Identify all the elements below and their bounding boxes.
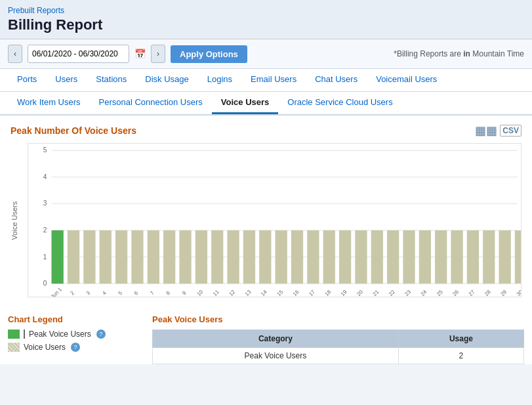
export-image-icon[interactable]: ▦▦ (475, 123, 497, 138)
cell-usage: 2 (398, 348, 523, 364)
svg-text:20: 20 (356, 289, 364, 297)
tab-users[interactable]: Users (46, 69, 87, 91)
svg-text:0: 0 (43, 280, 47, 287)
apply-options-button[interactable]: Apply Options (171, 45, 247, 63)
col-usage: Usage (398, 330, 523, 348)
breadcrumb-link[interactable]: Prebuilt Reports (8, 6, 64, 15)
svg-text:16: 16 (292, 289, 300, 297)
svg-text:Jun 1: Jun 1 (50, 286, 64, 297)
svg-rect-31 (355, 230, 367, 284)
export-csv-icon[interactable]: CSV (500, 125, 522, 137)
calendar-icon[interactable]: 📅 (134, 49, 146, 59)
svg-rect-28 (307, 230, 319, 284)
next-date-button[interactable]: › (151, 45, 165, 63)
svg-text:13: 13 (244, 289, 253, 297)
svg-text:15: 15 (276, 289, 285, 297)
legend-item-peak-voice-users: Peak Voice Users ? (8, 330, 139, 339)
cell-category: Peak Voice Users (153, 348, 399, 364)
tab-stations[interactable]: Stations (87, 69, 136, 91)
svg-text:28: 28 (483, 289, 492, 297)
svg-rect-16 (115, 230, 127, 284)
peak-voice-users-table: Category Usage Peak Voice Users 2 (152, 330, 524, 364)
tab-voice-users[interactable]: Voice Users (212, 92, 278, 114)
svg-rect-27 (291, 230, 303, 284)
date-range-input[interactable] (28, 45, 129, 63)
svg-text:30: 30 (516, 289, 521, 297)
svg-rect-41 (515, 230, 521, 284)
tab-chat-users[interactable]: Chat Users (306, 69, 367, 91)
svg-text:11: 11 (212, 289, 220, 297)
svg-text:23: 23 (403, 289, 412, 297)
svg-text:1: 1 (43, 253, 47, 261)
svg-rect-40 (499, 230, 510, 284)
svg-rect-21 (195, 230, 207, 284)
svg-rect-39 (483, 230, 495, 284)
legend-swatch-gray (8, 343, 20, 352)
peak-voice-users-info-icon[interactable]: ? (96, 330, 106, 339)
chart-title: Peak Number Of Voice Users (10, 125, 136, 136)
svg-rect-22 (211, 230, 223, 284)
svg-text:21: 21 (372, 289, 380, 297)
svg-rect-38 (467, 230, 479, 284)
tab-voicemail-users[interactable]: Voicemail Users (367, 69, 446, 91)
top-bar: Prebuilt Reports Billing Report (0, 0, 532, 39)
svg-rect-25 (259, 230, 271, 284)
svg-rect-20 (179, 230, 191, 284)
col-category: Category (153, 330, 399, 348)
svg-text:18: 18 (324, 289, 333, 297)
svg-rect-26 (276, 230, 287, 284)
svg-text:26: 26 (451, 289, 460, 297)
svg-rect-33 (387, 230, 399, 284)
voice-users-info-icon[interactable]: ? (71, 343, 80, 352)
tab-ports[interactable]: Ports (8, 69, 46, 91)
legend-label-peak-voice-users: Peak Voice Users (29, 330, 91, 339)
legend-swatch-green (8, 330, 20, 339)
svg-text:22: 22 (388, 289, 396, 297)
legend-title: Chart Legend (8, 314, 139, 324)
svg-text:3: 3 (43, 200, 47, 207)
svg-text:5: 5 (117, 289, 124, 296)
svg-rect-35 (419, 230, 431, 284)
peak-table-title: Peak Voice Users (152, 314, 524, 324)
tab-personal-connection-users[interactable]: Personal Connection Users (90, 92, 212, 114)
svg-rect-13 (68, 230, 79, 284)
bottom-section: Chart Legend Peak Voice Users ? Voice Us… (0, 305, 532, 364)
page-title: Billing Report (8, 16, 524, 33)
svg-text:4: 4 (43, 173, 47, 181)
svg-rect-14 (83, 230, 95, 284)
svg-rect-32 (371, 230, 383, 284)
svg-text:2: 2 (43, 226, 47, 234)
svg-text:14: 14 (260, 289, 268, 297)
svg-text:24: 24 (420, 289, 428, 297)
prev-date-button[interactable]: ‹ (8, 45, 22, 63)
svg-text:7: 7 (149, 289, 155, 296)
tab-work-item-users[interactable]: Work Item Users (8, 92, 90, 114)
svg-rect-34 (403, 230, 415, 284)
svg-rect-36 (435, 230, 447, 284)
tab-oracle-service-cloud-users[interactable]: Oracle Service Cloud Users (278, 92, 401, 114)
svg-text:12: 12 (228, 289, 236, 297)
svg-rect-18 (148, 230, 159, 284)
svg-text:25: 25 (436, 289, 444, 297)
tabs-row1: Ports Users Stations Disk Usage Logins E… (0, 69, 532, 92)
svg-text:27: 27 (468, 289, 476, 297)
svg-text:4: 4 (101, 289, 108, 296)
svg-text:8: 8 (165, 289, 172, 296)
svg-rect-12 (52, 230, 64, 284)
peak-table-box: Peak Voice Users Category Usage Peak Voi… (152, 314, 524, 364)
svg-text:19: 19 (340, 289, 348, 297)
tab-disk-usage[interactable]: Disk Usage (136, 69, 197, 91)
svg-rect-29 (323, 230, 335, 284)
tab-email-users[interactable]: Email Users (241, 69, 306, 91)
svg-text:2: 2 (69, 289, 75, 296)
chart-section-header: Peak Number Of Voice Users ▦▦ CSV (10, 123, 522, 138)
legend-box: Chart Legend Peak Voice Users ? Voice Us… (8, 314, 139, 364)
tab-logins[interactable]: Logins (198, 69, 241, 91)
svg-text:17: 17 (308, 289, 316, 297)
chart-container: 0 1 2 3 4 5 (28, 143, 522, 297)
svg-text:9: 9 (181, 289, 188, 296)
legend-item-voice-users: Voice Users ? (8, 343, 139, 352)
svg-rect-30 (339, 230, 351, 284)
export-icons: ▦▦ CSV (475, 123, 522, 138)
svg-text:3: 3 (85, 289, 92, 296)
